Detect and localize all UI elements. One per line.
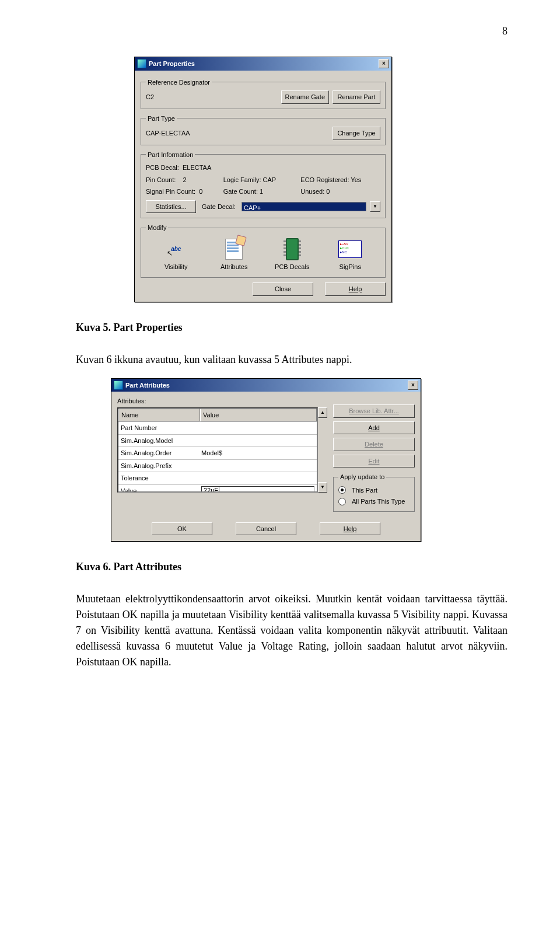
attributes-label: Attributes bbox=[211, 262, 257, 272]
part-information-group: Part Information PCB Decal: ELECTAA Pin … bbox=[141, 150, 386, 219]
value-edit-input[interactable]: 22uF bbox=[201, 486, 314, 492]
table-row[interactable]: Sim.Analog.Prefix bbox=[118, 459, 317, 472]
signal-pin-label: Signal Pin Count: bbox=[146, 188, 195, 195]
scrollbar[interactable]: ▲ ▼ bbox=[318, 407, 327, 493]
unused-value: 0 bbox=[326, 188, 330, 195]
unused-label: Unused: bbox=[300, 188, 324, 195]
visibility-label: Visibility bbox=[153, 262, 200, 272]
pcb-decals-button[interactable]: PCB Decals bbox=[269, 239, 316, 272]
radio-icon bbox=[338, 486, 346, 494]
eco-label: ECO Registered: bbox=[300, 176, 349, 183]
signal-pin-value: 0 bbox=[199, 188, 202, 195]
apply-update-group: Apply update to This Part All Parts This… bbox=[333, 472, 415, 512]
dialog-title: Part Attributes bbox=[125, 381, 170, 390]
refdes-value: C2 bbox=[146, 92, 154, 102]
help-button[interactable]: Help bbox=[320, 522, 380, 536]
attr-name: Part Number bbox=[118, 422, 199, 434]
dialog-title: Part Properties bbox=[149, 59, 195, 69]
sigpins-icon: ▸+5V▸CLK▸NC bbox=[337, 239, 363, 260]
add-button[interactable]: Add bbox=[333, 421, 415, 435]
attr-value[interactable]: 22uF bbox=[199, 485, 317, 492]
attr-name: Sim.Analog.Prefix bbox=[118, 460, 199, 472]
rename-part-button[interactable]: Rename Part bbox=[332, 90, 380, 104]
pcb-decals-label: PCB Decals bbox=[269, 262, 316, 272]
logic-family-value: CAP bbox=[263, 176, 276, 183]
attributes-label: Attributes: bbox=[117, 396, 327, 406]
col-value-header[interactable]: Value bbox=[200, 409, 317, 422]
pcb-decals-icon bbox=[279, 239, 305, 260]
page-number: 8 bbox=[76, 23, 508, 39]
attr-name: Value bbox=[118, 485, 199, 492]
table-row[interactable]: Tolerance bbox=[118, 472, 317, 484]
attributes-button[interactable]: Attributes bbox=[211, 239, 257, 272]
pin-count-value: 2 bbox=[183, 176, 187, 183]
gate-decal-select[interactable]: CAP+ bbox=[242, 202, 366, 211]
radio-this-label: This Part bbox=[352, 486, 377, 496]
figure-5-caption: Kuva 5. Part Properties bbox=[76, 320, 508, 336]
part-type-group: Part Type CAP-ELECTAA Change Type bbox=[141, 114, 386, 145]
ok-button[interactable]: OK bbox=[152, 522, 212, 536]
edit-button[interactable]: Edit bbox=[333, 455, 415, 468]
delete-button[interactable]: Delete bbox=[333, 438, 415, 451]
close-button[interactable]: Close bbox=[253, 282, 313, 296]
part-type-legend: Part Type bbox=[146, 114, 177, 124]
statistics-button[interactable]: Statistics... bbox=[146, 200, 196, 214]
pcb-decal-label: PCB Decal: bbox=[146, 164, 179, 171]
visibility-icon: abc↖ bbox=[163, 239, 189, 260]
attributes-icon bbox=[221, 239, 247, 260]
part-properties-dialog: Part Properties × Reference Designator C… bbox=[134, 57, 392, 302]
reference-designator-group: Reference Designator C2 Rename Gate Rena… bbox=[141, 78, 386, 109]
part-type-value: CAP-ELECTAA bbox=[146, 128, 190, 138]
cancel-button[interactable]: Cancel bbox=[236, 522, 296, 536]
table-row[interactable]: Sim.Analog.OrderModel$ bbox=[118, 446, 317, 459]
close-icon[interactable]: × bbox=[379, 59, 389, 68]
app-icon bbox=[137, 59, 146, 68]
pin-count-label: Pin Count: bbox=[146, 176, 176, 183]
attr-value[interactable] bbox=[199, 472, 317, 484]
part-attributes-dialog: Part Attributes × Attributes: Name Value… bbox=[111, 378, 421, 542]
table-row[interactable]: Part Number bbox=[118, 421, 317, 434]
sigpins-label: SigPins bbox=[327, 262, 373, 272]
chevron-down-icon[interactable]: ▼ bbox=[370, 201, 380, 212]
radio-icon bbox=[338, 498, 346, 505]
modify-legend: Modify bbox=[146, 223, 168, 233]
table-row[interactable]: Value22uF bbox=[118, 484, 317, 492]
pcb-decal-value: ELECTAA bbox=[183, 164, 211, 171]
rename-gate-button[interactable]: Rename Gate bbox=[281, 90, 329, 104]
col-name-header[interactable]: Name bbox=[118, 409, 200, 422]
attributes-table[interactable]: Name Value Part NumberSim.Analog.ModelSi… bbox=[117, 407, 318, 493]
close-icon[interactable]: × bbox=[408, 381, 418, 390]
logic-family-label: Logic Family: bbox=[223, 176, 261, 183]
attr-name: Tolerance bbox=[118, 472, 199, 484]
scroll-up-icon[interactable]: ▲ bbox=[318, 407, 327, 418]
app-icon bbox=[114, 381, 123, 390]
refdes-legend: Reference Designator bbox=[146, 78, 212, 88]
attr-name: Sim.Analog.Model bbox=[118, 435, 199, 447]
modify-group: Modify abc↖ Visibility Attributes PCB De… bbox=[141, 223, 386, 278]
paragraph-2: Muutetaan elektrolyyttikondensaattorin a… bbox=[76, 591, 508, 670]
change-type-button[interactable]: Change Type bbox=[332, 127, 380, 140]
radio-all-label: All Parts This Type bbox=[352, 497, 405, 507]
attr-value[interactable] bbox=[199, 422, 317, 434]
gate-count-value: 1 bbox=[260, 188, 263, 195]
radio-all-parts[interactable]: All Parts This Type bbox=[338, 497, 410, 507]
attr-name: Sim.Analog.Order bbox=[118, 447, 199, 459]
eco-value: Yes bbox=[351, 176, 361, 183]
sigpins-button[interactable]: ▸+5V▸CLK▸NC SigPins bbox=[327, 239, 373, 272]
help-button[interactable]: Help bbox=[325, 282, 386, 296]
part-info-legend: Part Information bbox=[146, 150, 195, 160]
gate-decal-label: Gate Decal: bbox=[202, 202, 236, 212]
attr-value[interactable] bbox=[199, 460, 317, 472]
attr-value[interactable] bbox=[199, 435, 317, 447]
table-row[interactable]: Sim.Analog.Model bbox=[118, 434, 317, 447]
apply-update-legend: Apply update to bbox=[338, 472, 386, 482]
attr-value[interactable]: Model$ bbox=[199, 447, 317, 459]
radio-this-part[interactable]: This Part bbox=[338, 486, 410, 496]
browse-lib-attr-button[interactable]: Browse Lib. Attr... bbox=[333, 404, 415, 418]
visibility-button[interactable]: abc↖ Visibility bbox=[153, 239, 200, 272]
gate-count-label: Gate Count: bbox=[223, 188, 258, 195]
paragraph-1: Kuvan 6 ikkuna avautuu, kun valitaan kuv… bbox=[76, 352, 508, 368]
scroll-down-icon[interactable]: ▼ bbox=[318, 482, 327, 493]
titlebar[interactable]: Part Properties × bbox=[135, 57, 391, 71]
titlebar[interactable]: Part Attributes × bbox=[111, 379, 421, 392]
